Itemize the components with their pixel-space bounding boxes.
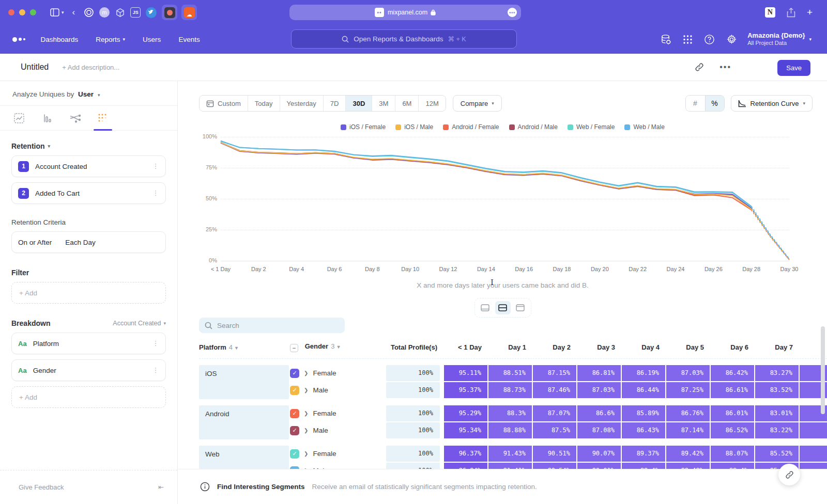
retention-value-cell[interactable]: 87.14%: [666, 422, 710, 438]
tab-retention[interactable]: [96, 113, 110, 130]
retention-value-cell[interactable]: 86.52%: [711, 422, 754, 438]
global-search-input[interactable]: Open Reports & Dashboards ⌘ + K: [291, 29, 517, 49]
extension-js-icon[interactable]: JS: [128, 5, 143, 20]
retention-value-cell[interactable]: 90.51%: [533, 446, 576, 462]
back-button[interactable]: ‹: [72, 7, 75, 18]
retention-value-cell[interactable]: 90.54%: [533, 463, 576, 469]
retention-step-1[interactable]: 1 Account Created ⋮: [11, 155, 166, 177]
range-12m[interactable]: 12M: [419, 96, 445, 111]
retention-value-cell[interactable]: 83.27%: [755, 365, 799, 381]
address-bar[interactable]: •• mixpanel.com •••: [289, 5, 521, 20]
page-options-icon[interactable]: •••: [508, 8, 517, 17]
column---1-day[interactable]: < 1 Day: [444, 343, 488, 351]
legend-item[interactable]: Web / Female: [568, 123, 615, 131]
nav-dashboards[interactable]: Dashboards: [41, 36, 79, 43]
close-window-button[interactable]: [8, 9, 14, 15]
range-yesterday[interactable]: Yesterday: [280, 96, 324, 111]
retention-value-cell[interactable]: 88.07%: [711, 446, 754, 462]
gender-cell[interactable]: ✓❯Female: [290, 369, 386, 378]
step-options-icon[interactable]: ⋮: [152, 165, 159, 167]
new-tab-icon[interactable]: +: [807, 7, 813, 18]
retention-value-cell[interactable]: 86.01%: [711, 405, 754, 421]
series-checkbox[interactable]: ✓: [290, 386, 299, 395]
retention-value-cell[interactable]: 86.61%: [711, 382, 754, 398]
retention-value-cell[interactable]: 86.81%: [577, 365, 621, 381]
add-filter-button[interactable]: + Add: [11, 282, 166, 304]
column-day-6[interactable]: Day 6: [711, 343, 755, 351]
settings-gear-icon[interactable]: [726, 34, 737, 45]
series-checkbox[interactable]: ✓: [290, 426, 299, 435]
breakdown-event-dropdown[interactable]: Account Created▾: [113, 320, 166, 327]
range-6m[interactable]: 6M: [395, 96, 419, 111]
expand-row-icon[interactable]: ❯: [304, 428, 308, 433]
retention-value-cell[interactable]: 88.4%: [711, 463, 754, 469]
retention-value-cell[interactable]: 87.25%: [666, 382, 710, 398]
column-day-4[interactable]: Day 4: [622, 343, 666, 351]
retention-value-cell[interactable]: 95.29%: [444, 405, 487, 421]
series-checkbox[interactable]: ✓: [290, 369, 299, 378]
retention-value-cell[interactable]: 89.37%: [622, 446, 665, 462]
range-3m[interactable]: 3M: [372, 96, 395, 111]
platform-cell[interactable]: Web: [199, 446, 289, 469]
extension-cube-icon[interactable]: [112, 5, 128, 20]
mixpanel-logo[interactable]: [12, 37, 25, 42]
retention-value-cell[interactable]: 88.88%: [488, 422, 532, 438]
retention-value-cell[interactable]: 86.42%: [711, 365, 754, 381]
add-description-placeholder[interactable]: + Add description...: [62, 64, 119, 71]
table-search-input[interactable]: Search: [199, 318, 345, 333]
vertical-scrollbar[interactable]: [821, 326, 825, 414]
range-today[interactable]: Today: [248, 96, 280, 111]
apps-grid-icon[interactable]: [683, 35, 693, 44]
maximize-window-button[interactable]: [30, 9, 36, 15]
column-day-1[interactable]: Day 1: [488, 343, 533, 351]
retention-value-cell[interactable]: 85.89%: [622, 405, 665, 421]
layout-table-only-button[interactable]: [513, 301, 528, 314]
layout-split-button[interactable]: [495, 301, 511, 314]
legend-item[interactable]: iOS / Male: [395, 123, 433, 131]
range-30d[interactable]: 30D: [346, 96, 372, 111]
window-controls[interactable]: [8, 9, 41, 15]
expand-row-icon[interactable]: ❯: [304, 370, 308, 376]
tab-flows[interactable]: [68, 113, 82, 130]
breakdown-gender[interactable]: Aa Gender ⋮: [11, 359, 166, 381]
retention-value-cell[interactable]: 86.76%: [666, 405, 710, 421]
extension-red-icon[interactable]: [162, 5, 177, 20]
report-title[interactable]: Untitled: [21, 62, 49, 72]
series-checkbox[interactable]: ✓: [290, 409, 299, 418]
column-day-7[interactable]: Day 7: [755, 343, 800, 351]
retention-value-cell[interactable]: 96.84%: [444, 463, 487, 469]
sidebar-toggle-icon[interactable]: [50, 8, 59, 17]
chevron-down-icon[interactable]: ▾: [62, 10, 64, 15]
criteria-interval-dropdown[interactable]: Each Day: [65, 239, 96, 246]
retention-value-cell[interactable]: 95.34%: [444, 422, 487, 438]
layout-chart-only-button[interactable]: [478, 301, 493, 314]
retention-value-cell[interactable]: 88.51%: [488, 365, 532, 381]
gender-cell[interactable]: ✓❯Female: [290, 449, 386, 459]
save-button[interactable]: Save: [777, 60, 810, 76]
notion-extension-icon[interactable]: N: [765, 7, 775, 18]
legend-item[interactable]: Android / Male: [509, 123, 558, 131]
retention-value-cell[interactable]: 95.37%: [444, 382, 487, 398]
give-feedback-link[interactable]: Give Feedback: [19, 483, 64, 491]
gender-cell[interactable]: ✓❯Female: [290, 409, 386, 418]
column-day-2[interactable]: Day 2: [533, 343, 577, 351]
legend-item[interactable]: iOS / Female: [341, 123, 386, 131]
extension-bird-icon[interactable]: [143, 5, 159, 20]
copy-link-icon[interactable]: [695, 62, 704, 72]
breakdown-options-icon[interactable]: ⋮: [152, 342, 159, 344]
breakdown-options-icon[interactable]: ⋮: [152, 369, 159, 371]
more-options-icon[interactable]: •••: [719, 62, 731, 72]
expand-row-icon[interactable]: ❯: [304, 451, 308, 456]
series-checkbox[interactable]: ✓: [290, 449, 299, 459]
segments-title[interactable]: Find Interesting Segments: [217, 483, 305, 491]
column-platform[interactable]: Platform4▾: [199, 343, 290, 351]
column-day-3[interactable]: Day 3: [577, 343, 622, 351]
step-options-icon[interactable]: ⋮: [152, 192, 159, 194]
gender-cell[interactable]: ✓❯Male: [290, 426, 386, 435]
criteria-mode-dropdown[interactable]: On or After: [18, 239, 52, 246]
expand-row-icon[interactable]: ❯: [304, 411, 308, 416]
select-all-checkbox[interactable]: −: [290, 344, 298, 352]
retention-value-cell[interactable]: 87.08%: [577, 422, 621, 438]
legend-item[interactable]: Android / Female: [443, 123, 499, 131]
legend-item[interactable]: Web / Male: [624, 123, 664, 131]
